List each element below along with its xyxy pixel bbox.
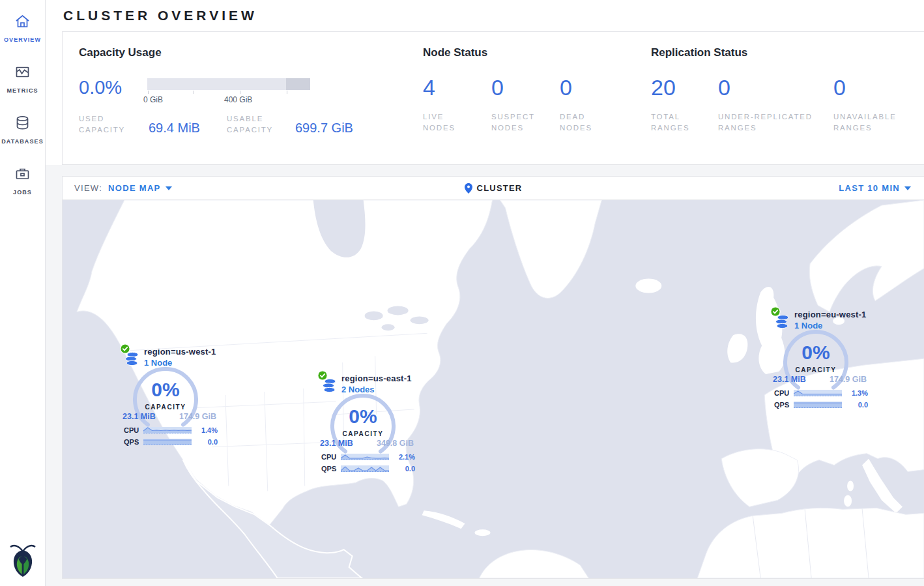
region-used-capacity: 23.1 MiB — [320, 439, 353, 448]
capacity-bar-reserved-segment — [286, 78, 310, 90]
capacity-tick-0: 0 GiB — [143, 95, 163, 104]
home-icon — [14, 12, 31, 33]
capacity-gauge: 0% CAPACITY — [130, 364, 201, 435]
gauge-percent: 0% — [130, 379, 201, 401]
cpu-value: 2.1% — [389, 453, 415, 461]
gauge-label: CAPACITY — [130, 403, 201, 411]
qps-label: QPS — [774, 401, 794, 409]
dead-nodes-label: DEAD NODES — [560, 111, 612, 134]
region-usable-capacity: 349.8 GiB — [377, 439, 414, 448]
under-replicated-ranges-value: 0 — [718, 75, 833, 100]
dead-nodes-value: 0 — [560, 75, 628, 100]
dead-nodes-metric: 0 DEAD NODES — [560, 75, 628, 134]
suspect-nodes-label: SUSPECT NODES — [491, 111, 543, 134]
total-ranges-value: 20 — [651, 75, 718, 100]
main-content: CLUSTER OVERVIEW Capacity Usage 0.0% 0 G… — [46, 0, 924, 586]
sidebar-item-overview[interactable]: OVERVIEW — [0, 4, 46, 51]
suspect-nodes-value: 0 — [491, 75, 560, 100]
qps-sparkline — [794, 401, 842, 409]
cpu-label: CPU — [321, 453, 341, 461]
view-bar: VIEW: NODE MAP CLUSTER LAST 10 MIN — [63, 177, 924, 200]
usable-capacity-value: 699.7 GiB — [295, 121, 353, 136]
replication-status-title: Replication Status — [651, 46, 924, 59]
world-map: region=us-west-1 1 Node 0% CAPACITY 23.1… — [63, 200, 924, 578]
gauge-label: CAPACITY — [328, 430, 398, 437]
sidebar-item-label: OVERVIEW — [4, 37, 41, 43]
qps-label: QPS — [124, 438, 143, 446]
under-replicated-ranges-label: UNDER-REPLICATED RANGES — [718, 111, 826, 134]
total-ranges-label: TOTAL RANGES — [651, 111, 703, 134]
cpu-label: CPU — [774, 389, 794, 397]
qps-value: 0.0 — [842, 401, 868, 409]
unavailable-ranges-label: UNAVAILABLE RANGES — [833, 111, 915, 134]
time-range-value: LAST 10 MIN — [839, 183, 900, 193]
used-capacity-value: 69.4 MiB — [149, 121, 200, 136]
capacity-usage-title: Capacity Usage — [79, 46, 423, 59]
region-card-eu-west-1[interactable]: region=eu-west-1 1 Node 0% CAPACITY 23.1… — [770, 306, 869, 417]
replication-status-section: Replication Status 20 TOTAL RANGES 0 UND… — [651, 46, 924, 164]
sidebar-item-label: JOBS — [13, 189, 32, 196]
total-ranges-metric: 20 TOTAL RANGES — [651, 75, 718, 134]
unavailable-ranges-metric: 0 UNAVAILABLE RANGES — [833, 75, 902, 134]
region-name: region=eu-west-1 — [794, 310, 866, 319]
gauge-percent: 0% — [328, 405, 398, 428]
used-capacity-metric: USED CAPACITY 69.4 MiB — [79, 113, 227, 136]
sidebar-item-label: DATABASES — [1, 138, 44, 145]
qps-sparkline — [341, 465, 389, 473]
chevron-down-icon — [904, 186, 911, 190]
gauge-percent: 0% — [781, 342, 851, 364]
capacity-bar-ticks — [147, 90, 310, 95]
view-selector-dropdown[interactable]: NODE MAP — [108, 183, 171, 193]
view-label: VIEW: — [74, 183, 102, 193]
sidebar-item-databases[interactable]: DATABASES — [0, 106, 46, 153]
page-title: CLUSTER OVERVIEW — [63, 8, 257, 23]
used-capacity-label: USED CAPACITY — [79, 113, 141, 136]
sidebar-item-jobs[interactable]: JOBS — [0, 156, 46, 203]
location-pin-icon — [465, 183, 472, 194]
node-status-section: Node Status 4 LIVE NODES 0 SUSPECT NODES… — [423, 46, 651, 164]
capacity-gauge: 0% CAPACITY — [328, 391, 398, 461]
region-used-capacity: 23.1 MiB — [123, 412, 156, 421]
region-usable-capacity: 174.9 GiB — [179, 412, 216, 421]
qps-value: 0.0 — [389, 465, 415, 473]
top-zone: CLUSTER OVERVIEW Capacity Usage 0.0% 0 G… — [46, 0, 924, 165]
capacity-tick-400: 400 GiB — [224, 95, 252, 104]
cpu-value: 1.3% — [842, 389, 868, 397]
time-range-dropdown[interactable]: LAST 10 MIN — [839, 183, 911, 193]
capacity-bar: 0 GiB 400 GiB — [147, 75, 310, 105]
region-name: region=us-west-1 — [144, 347, 216, 357]
cpu-label: CPU — [124, 426, 143, 434]
metrics-icon — [14, 63, 31, 83]
cockroachdb-logo — [8, 542, 37, 579]
capacity-used-percent: 0.0% — [79, 75, 147, 105]
cluster-summary-panel: Capacity Usage 0.0% 0 GiB 400 GiB — [62, 31, 924, 165]
usable-capacity-label: USABLE CAPACITY — [227, 113, 295, 136]
capacity-usage-section: Capacity Usage 0.0% 0 GiB 400 GiB — [79, 46, 423, 164]
cpu-value: 1.4% — [192, 426, 218, 434]
cpu-sparkline — [143, 426, 192, 434]
sidebar-item-metrics[interactable]: METRICS — [0, 55, 46, 102]
live-nodes-label: LIVE NODES — [423, 111, 475, 134]
region-usable-capacity: 174.9 GiB — [830, 375, 867, 384]
sidebar: OVERVIEW METRICS DATABASES JOBS — [0, 0, 46, 586]
unavailable-ranges-value: 0 — [833, 75, 902, 100]
sidebar-item-label: METRICS — [7, 87, 38, 94]
qps-sparkline — [143, 438, 192, 446]
page-header: CLUSTER OVERVIEW — [46, 0, 924, 31]
live-nodes-metric: 4 LIVE NODES — [423, 75, 491, 134]
cpu-sparkline — [341, 453, 389, 461]
region-card-us-east-1[interactable]: region=us-east-1 2 Nodes 0% CAPACITY 23.… — [317, 370, 416, 481]
capacity-gauge: 0% CAPACITY — [781, 327, 851, 398]
view-selector-value: NODE MAP — [108, 183, 160, 193]
suspect-nodes-metric: 0 SUSPECT NODES — [491, 75, 560, 134]
region-name: region=us-east-1 — [341, 374, 412, 383]
region-card-us-west-1[interactable]: region=us-west-1 1 Node 0% CAPACITY 23.1… — [120, 344, 219, 454]
cpu-sparkline — [794, 389, 842, 397]
live-nodes-value: 4 — [423, 75, 491, 100]
gauge-label: CAPACITY — [781, 366, 851, 374]
database-icon — [14, 114, 31, 134]
breadcrumb[interactable]: CLUSTER — [477, 183, 523, 193]
qps-value: 0.0 — [192, 438, 218, 446]
chevron-down-icon — [166, 186, 172, 190]
qps-label: QPS — [321, 465, 341, 473]
